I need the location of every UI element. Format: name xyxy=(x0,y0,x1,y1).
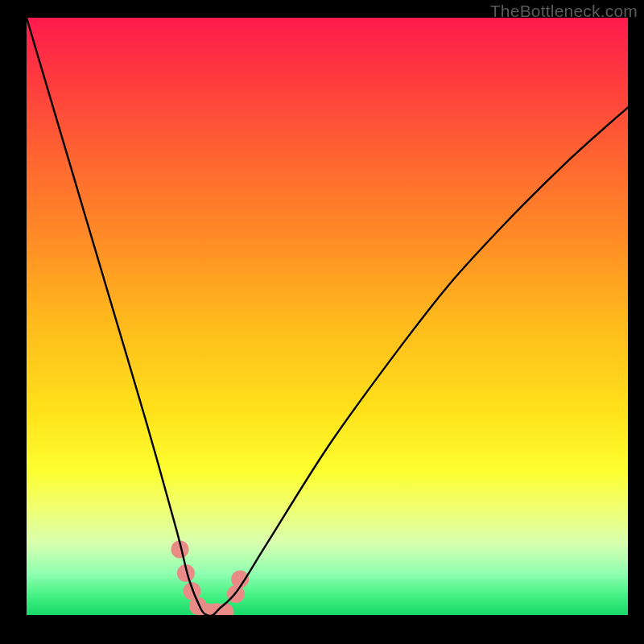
chart-plot-area xyxy=(27,18,628,615)
bottleneck-curve xyxy=(27,18,628,615)
chart-svg xyxy=(27,18,628,615)
watermark-text: TheBottleneck.com xyxy=(490,2,638,21)
chart-frame: TheBottleneck.com xyxy=(0,0,644,644)
